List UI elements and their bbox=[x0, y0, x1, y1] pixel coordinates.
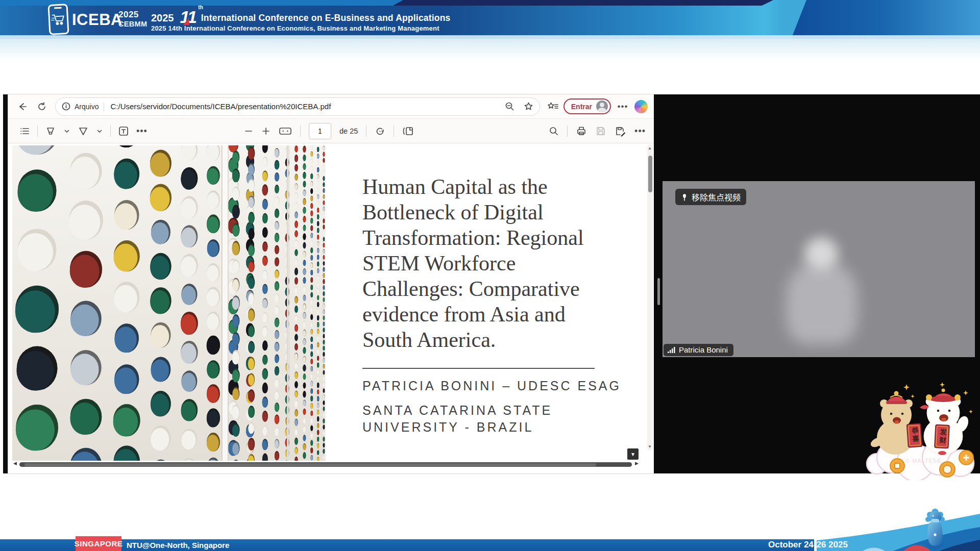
more-icon: ••• bbox=[618, 102, 628, 112]
zoom-out-icon[interactable] bbox=[505, 102, 514, 111]
remove-spotlight-button[interactable]: 移除焦点视频 bbox=[675, 189, 746, 205]
zoom-in-button[interactable] bbox=[261, 127, 271, 136]
save-as-icon[interactable] bbox=[615, 126, 626, 137]
participant-name-badge: Patricia Bonini bbox=[664, 344, 733, 356]
participant-video: 移除焦点视频 Patricia Bonini bbox=[663, 181, 975, 357]
blurred-person-silhouette bbox=[786, 263, 857, 344]
slide-title: Human Capital as theBottleneck of Digita… bbox=[362, 174, 607, 353]
logo-year: 2025 bbox=[118, 10, 147, 19]
meeting-video-panel: 移除焦点视频 Patricia Bonini bbox=[654, 94, 980, 473]
logo-cebmm: CEBMM bbox=[118, 20, 147, 28]
url-text: C:/Users/servidor/Documents/ICEBA/presen… bbox=[110, 102, 504, 111]
zoom-out-button[interactable] bbox=[244, 127, 253, 136]
vertical-scrollbar-thumb[interactable] bbox=[648, 156, 652, 192]
pdf-toolbar-right: ••• bbox=[549, 119, 646, 143]
blurred-person-head bbox=[804, 237, 838, 271]
slide-affiliation: SANTA CATARINA STATEUNIVERSITY - BRAZIL bbox=[362, 402, 552, 436]
conference-subtitle: 2025 14th International Conference on Ec… bbox=[151, 24, 439, 32]
toc-icon[interactable] bbox=[19, 126, 30, 136]
signin-label: Entrar bbox=[571, 103, 592, 111]
address-bar[interactable]: Arquivo C:/Users/servidor/Documents/ICEB… bbox=[55, 97, 540, 116]
signin-button[interactable]: Entrar bbox=[564, 98, 611, 114]
page-number-input[interactable] bbox=[309, 123, 331, 139]
fit-width-icon[interactable] bbox=[279, 126, 292, 136]
page-total-label: de 25 bbox=[339, 127, 358, 135]
pdf-toolbar: ••• de 25 bbox=[8, 119, 654, 143]
conference-title: 2025 11 th International Conference on E… bbox=[151, 9, 451, 25]
slide-title-divider bbox=[362, 368, 595, 369]
bear-sticker: 恭喜 发财 © MALTESE bbox=[866, 380, 977, 480]
singapore-badge: SINGAPORE bbox=[76, 536, 121, 551]
phone-cart-logo-icon bbox=[47, 4, 69, 35]
draw-pen-icon[interactable] bbox=[78, 126, 89, 137]
highlighter-icon[interactable] bbox=[45, 126, 56, 137]
pdf-toolbar-center: de 25 bbox=[244, 119, 414, 143]
slide-author: PATRICIA BONINI – UDESC ESAG bbox=[362, 379, 621, 393]
search-icon[interactable] bbox=[549, 126, 559, 136]
toolbar-actions: Entrar ••• bbox=[547, 98, 648, 115]
rotate-icon[interactable] bbox=[375, 126, 385, 137]
copilot-icon[interactable] bbox=[634, 100, 648, 113]
banner-navy-stripe bbox=[393, 0, 773, 6]
logo-iceba: ICEBA bbox=[72, 11, 122, 29]
participant-name: Patricia Bonini bbox=[679, 345, 728, 354]
favorite-star-icon[interactable] bbox=[524, 102, 533, 111]
scroll-down-button[interactable]: ▼ bbox=[627, 448, 639, 460]
file-scheme-label: Arquivo bbox=[75, 103, 99, 111]
horizontal-scrollbar-thumb[interactable] bbox=[24, 463, 596, 466]
banner-fade bbox=[0, 39, 980, 60]
browser-toolbar: Arquivo C:/Users/servidor/Documents/ICEB… bbox=[8, 94, 654, 119]
banner-bottom-stripe bbox=[0, 35, 980, 39]
banner-left-characters: 恭喜 bbox=[910, 427, 920, 443]
banner-right-accent bbox=[761, 0, 980, 39]
logo-year-block: 2025 CEBMM bbox=[118, 10, 147, 28]
pdf-page: Human Capital as theBottleneck of Digita… bbox=[8, 143, 654, 473]
merlion-mascot bbox=[916, 506, 954, 551]
scroll-left-arrow[interactable]: ◀ bbox=[13, 461, 17, 466]
browser-window: Arquivo C:/Users/servidor/Documents/ICEB… bbox=[8, 94, 654, 473]
bear-sticker-art bbox=[866, 380, 977, 480]
venue-text: NTU@One-North, Singapore bbox=[127, 539, 229, 551]
title-year: 2025 bbox=[151, 12, 174, 24]
pdf-horizontal-scrollbar[interactable] bbox=[19, 462, 632, 467]
pdf-toolbar-left: ••• bbox=[19, 119, 148, 143]
chevron-down-icon[interactable] bbox=[63, 128, 70, 135]
eleventh-logo: 11 th bbox=[180, 9, 196, 25]
annotate-more-icon[interactable]: ••• bbox=[136, 126, 148, 137]
pane-resize-handle[interactable] bbox=[657, 278, 660, 305]
refresh-button[interactable] bbox=[34, 98, 50, 115]
pdf-more-icon[interactable]: ••• bbox=[634, 126, 646, 137]
back-button[interactable] bbox=[14, 98, 31, 115]
info-icon bbox=[62, 102, 70, 111]
print-icon[interactable] bbox=[576, 126, 587, 137]
add-text-icon[interactable] bbox=[118, 126, 129, 137]
remove-spotlight-label: 移除焦点视频 bbox=[692, 191, 741, 203]
banner-right-characters: 发财 bbox=[937, 429, 948, 445]
scroll-right-arrow[interactable]: ▶ bbox=[635, 461, 639, 466]
save-icon bbox=[595, 126, 606, 137]
address-divider bbox=[104, 102, 104, 111]
pdf-vertical-scrollbar[interactable]: ▲ ▼ bbox=[647, 144, 653, 450]
sticker-watermark: © MALTESE bbox=[905, 458, 942, 464]
back-icon bbox=[17, 102, 28, 112]
refresh-icon bbox=[37, 102, 47, 112]
chevron-down-icon[interactable] bbox=[96, 128, 103, 135]
browser-menu-button[interactable]: ••• bbox=[616, 98, 629, 115]
page-view-icon[interactable] bbox=[402, 126, 414, 136]
signal-icon bbox=[668, 346, 676, 354]
slide-photo-colorful-holes bbox=[12, 145, 325, 461]
favorites-hub-icon[interactable] bbox=[547, 102, 558, 112]
desktop-edge-strip bbox=[3, 94, 8, 473]
conference-banner: ICEBA 2025 CEBMM 2025 11 th Internationa… bbox=[0, 0, 980, 39]
pin-icon bbox=[681, 193, 688, 201]
conference-dates: October 24-26 2025 bbox=[768, 539, 848, 551]
profile-avatar bbox=[596, 101, 608, 112]
screen: ICEBA 2025 CEBMM 2025 11 th Internationa… bbox=[0, 0, 980, 551]
title-text: International Conference on E-Business a… bbox=[201, 13, 451, 23]
